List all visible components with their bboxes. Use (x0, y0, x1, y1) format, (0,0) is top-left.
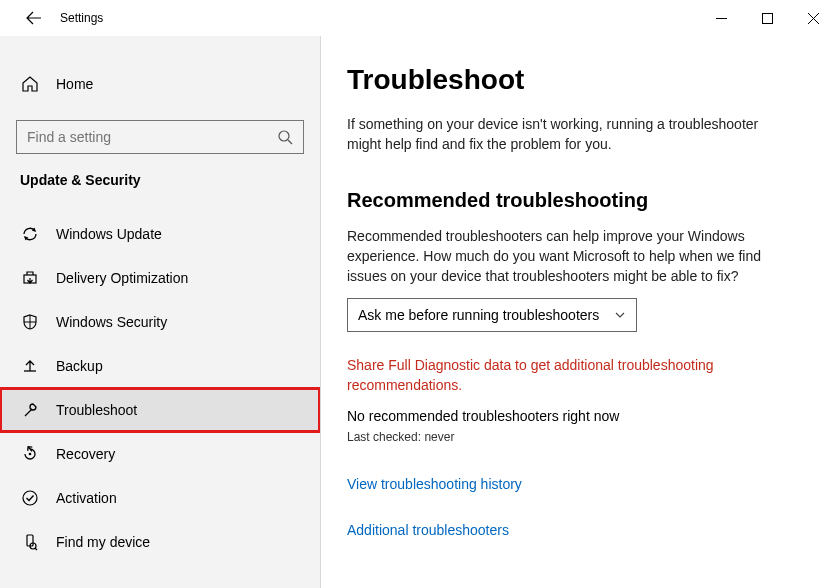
svg-rect-0 (762, 13, 772, 23)
delivery-icon (20, 268, 40, 288)
window-title: Settings (60, 11, 103, 25)
additional-troubleshooters-link[interactable]: Additional troubleshooters (347, 522, 816, 538)
sidebar-item-label: Activation (56, 490, 117, 506)
search-input-wrap[interactable] (16, 120, 304, 154)
shield-icon (20, 312, 40, 332)
page-intro: If something on your device isn't workin… (347, 114, 787, 155)
page-title: Troubleshoot (347, 64, 816, 96)
find-device-icon (20, 532, 40, 552)
sidebar-item-windows-update[interactable]: Windows Update (0, 212, 320, 256)
arrow-left-icon (26, 10, 42, 26)
recommended-heading: Recommended troubleshooting (347, 189, 816, 212)
sidebar: Home Update & Security Windows Update De… (0, 36, 320, 588)
activation-icon (20, 488, 40, 508)
sidebar-item-label: Troubleshoot (56, 402, 137, 418)
sidebar-section-label: Update & Security (0, 172, 320, 188)
sidebar-item-recovery[interactable]: Recovery (0, 432, 320, 476)
sidebar-item-label: Windows Update (56, 226, 162, 242)
recommended-description: Recommended troubleshooters can help imp… (347, 226, 787, 287)
view-history-link[interactable]: View troubleshooting history (347, 476, 816, 492)
minimize-button[interactable] (698, 2, 744, 34)
sidebar-item-windows-security[interactable]: Windows Security (0, 300, 320, 344)
sidebar-item-label: Backup (56, 358, 103, 374)
maximize-button[interactable] (744, 2, 790, 34)
minimize-icon (716, 13, 727, 24)
svg-point-4 (23, 491, 37, 505)
chevron-down-icon (614, 309, 626, 321)
share-diagnostic-warning: Share Full Diagnostic data to get additi… (347, 356, 767, 395)
sidebar-item-troubleshoot[interactable]: Troubleshoot (0, 388, 320, 432)
close-icon (808, 13, 819, 24)
svg-point-3 (29, 453, 32, 456)
svg-point-1 (279, 131, 289, 141)
recovery-icon (20, 444, 40, 464)
sidebar-item-label: Find my device (56, 534, 150, 550)
sync-icon (20, 224, 40, 244)
wrench-icon (20, 400, 40, 420)
back-button[interactable] (22, 6, 46, 30)
dropdown-value: Ask me before running troubleshooters (358, 307, 599, 323)
backup-icon (20, 356, 40, 376)
sidebar-item-label: Delivery Optimization (56, 270, 188, 286)
close-button[interactable] (790, 2, 836, 34)
home-icon (20, 74, 40, 94)
search-icon (277, 129, 293, 145)
sidebar-item-label: Recovery (56, 446, 115, 462)
sidebar-item-label: Windows Security (56, 314, 167, 330)
sidebar-item-backup[interactable]: Backup (0, 344, 320, 388)
search-input[interactable] (27, 129, 267, 145)
sidebar-item-activation[interactable]: Activation (0, 476, 320, 520)
no-recommended-text: No recommended troubleshooters right now (347, 408, 816, 424)
sidebar-home-label: Home (56, 76, 93, 92)
last-checked-text: Last checked: never (347, 430, 816, 444)
content-pane: Troubleshoot If something on your device… (320, 36, 836, 588)
troubleshoot-preference-dropdown[interactable]: Ask me before running troubleshooters (347, 298, 637, 332)
maximize-icon (762, 13, 773, 24)
sidebar-item-delivery-optimization[interactable]: Delivery Optimization (0, 256, 320, 300)
sidebar-item-find-my-device[interactable]: Find my device (0, 520, 320, 564)
sidebar-home[interactable]: Home (0, 62, 320, 106)
